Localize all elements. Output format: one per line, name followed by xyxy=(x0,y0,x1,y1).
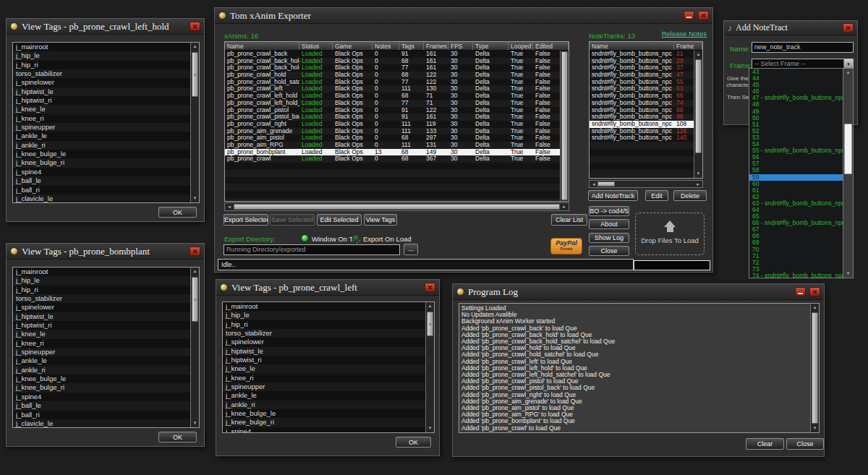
scroll-thumb[interactable] xyxy=(695,59,702,153)
save-selected-button[interactable]: Save Selected xyxy=(270,214,315,226)
list-item[interactable]: j_ankle_le xyxy=(223,391,425,400)
list-item[interactable]: j_ball_le xyxy=(13,176,190,185)
delete-notetrack-button[interactable]: Delete xyxy=(673,190,707,201)
export-on-load-indicator[interactable] xyxy=(352,234,360,242)
table-row[interactable]: sndnt#fly_bomb_buttons_npc74 xyxy=(590,100,694,107)
list-item[interactable]: j_ball_ri xyxy=(13,411,190,419)
column-header[interactable]: Status xyxy=(299,42,333,50)
list-item[interactable]: j_ankle_ri xyxy=(13,366,190,375)
scroll-down-icon[interactable] xyxy=(843,270,853,278)
ok-button[interactable]: OK xyxy=(396,437,431,448)
scroll-thumb[interactable] xyxy=(561,51,568,200)
minimize-icon[interactable] xyxy=(795,287,806,296)
table-row[interactable]: sndnt#fly_bomb_buttons_npc29 xyxy=(590,58,694,65)
dropdown-option[interactable]: 65 xyxy=(749,213,843,220)
table-row[interactable]: sndnt#fly_bomb_buttons_npc66 xyxy=(590,93,694,100)
dropdown-option[interactable]: 57 xyxy=(749,161,843,167)
list-item[interactable]: torso_stabilizer xyxy=(223,329,425,338)
table-row[interactable]: pb_prone_aim_RPGLoadedBlack Ops011113130… xyxy=(225,142,560,149)
dropdown-option[interactable]: 59 xyxy=(749,174,843,181)
export-selected-button[interactable]: Export Selected xyxy=(224,214,268,226)
table-row[interactable]: pb_prone_aim_pistolLoadedBlack Ops068297… xyxy=(225,134,560,142)
list-item[interactable]: j_spinelower xyxy=(13,303,190,312)
scrollbar[interactable] xyxy=(425,302,434,432)
titlebar[interactable]: Tom xAnim Exporter ✕ xyxy=(215,8,712,24)
table-row[interactable]: sndnt#fly_bomb_buttons_npc37 xyxy=(590,64,694,72)
list-item[interactable]: j_hiptwist_ri xyxy=(13,321,190,330)
list-item[interactable]: j_spine4 xyxy=(13,168,190,176)
dropdown-option[interactable]: 66 - sndnt#fly_bomb_buttons_npc xyxy=(749,220,843,226)
list-item[interactable]: j_ankle_ri xyxy=(223,401,425,409)
scroll-up-icon[interactable] xyxy=(191,268,199,275)
list-item[interactable]: j_hip_ri xyxy=(223,320,425,329)
scroll-up-icon[interactable] xyxy=(843,69,853,77)
scroll-thumb[interactable] xyxy=(812,312,818,424)
list-item[interactable]: j_knee_bulge_le xyxy=(13,375,190,383)
table-row[interactable]: sndnt#fly_bomb_buttons_npc21 xyxy=(590,51,694,58)
scroll-thumb[interactable] xyxy=(234,204,560,210)
column-header[interactable]: Type xyxy=(473,42,509,50)
horizontal-scrollbar[interactable] xyxy=(224,202,569,211)
scroll-up-icon[interactable] xyxy=(191,43,199,51)
list-item[interactable]: j_hiptwist_le xyxy=(223,347,425,356)
view-tags-button[interactable]: View Tags xyxy=(364,214,397,226)
dropdown-option[interactable]: 70 xyxy=(749,247,843,253)
list-item[interactable]: torso_stabilizer xyxy=(13,294,190,303)
list-item[interactable]: j_knee_bulge_le xyxy=(13,150,190,158)
close-icon[interactable]: ✕ xyxy=(843,23,854,33)
show-log-button[interactable]: Show Log xyxy=(589,233,629,243)
list-item[interactable]: j_hiptwist_ri xyxy=(13,96,190,105)
scrollbar[interactable] xyxy=(560,51,569,201)
list-item[interactable]: j_hip_le xyxy=(13,51,190,60)
list-item[interactable]: j_knee_ri xyxy=(13,339,190,348)
scroll-thumb[interactable] xyxy=(597,181,615,187)
window-on-top-indicator[interactable] xyxy=(301,234,309,242)
release-notes-link[interactable]: Release Notes xyxy=(662,30,707,38)
paypal-donate-button[interactable]: PayPal Donate xyxy=(550,238,582,254)
scrollbar[interactable] xyxy=(810,304,819,432)
dropdown-option[interactable]: 48 xyxy=(749,101,843,108)
note-name-input[interactable]: new_note_track xyxy=(752,42,854,53)
scrollbar[interactable] xyxy=(694,51,702,178)
scroll-down-icon[interactable] xyxy=(811,424,819,432)
scroll-thumb[interactable] xyxy=(427,312,433,336)
list-item[interactable]: j_clavicle_le xyxy=(13,194,190,203)
table-row[interactable]: pb_prone_crawl_pistolLoadedBlack Ops0911… xyxy=(225,107,560,114)
list-item[interactable]: j_hiptwist_ri xyxy=(223,356,425,364)
add-notetrack-button[interactable]: Add NoteTrack xyxy=(588,190,638,201)
dropdown-option[interactable]: 64 xyxy=(749,207,843,213)
dropdown-option[interactable]: 72 xyxy=(749,260,843,266)
dropdown-option[interactable]: 49 xyxy=(749,108,843,115)
list-item[interactable]: j_spinelower xyxy=(13,78,190,87)
scroll-right-icon[interactable] xyxy=(560,203,569,210)
column-header[interactable]: Name xyxy=(225,42,299,50)
list-item[interactable]: j_hiptwist_le xyxy=(13,87,190,96)
table-row[interactable]: pb_prone_crawl_hold_satchelLoadedBlack O… xyxy=(225,79,560,86)
dropdown-option[interactable]: 56 xyxy=(749,154,843,161)
table-row[interactable]: sndnt#fly_bomb_buttons_npc108 xyxy=(590,121,694,128)
column-header[interactable]: Name xyxy=(590,42,674,50)
scroll-up-icon[interactable] xyxy=(694,51,702,59)
table-row[interactable]: sndnt#fly_bomb_buttons_npc63 xyxy=(590,85,694,93)
ok-button[interactable]: OK xyxy=(158,207,197,218)
anim-table[interactable]: NameStatusGameNotesTagsFramesFPSTypeLoop… xyxy=(224,41,569,202)
column-header[interactable]: Tags xyxy=(399,42,424,50)
scroll-up-icon[interactable] xyxy=(426,302,434,310)
list-item[interactable]: j_hip_le xyxy=(223,311,425,320)
close-icon[interactable]: ✕ xyxy=(809,287,820,296)
table-row[interactable]: pb_prone_crawl_left_hold_...LoadedBlack … xyxy=(225,100,560,107)
table-row[interactable]: sndnt#fly_bomb_buttons_npc140 xyxy=(590,134,694,142)
dropdown-option[interactable]: 46 xyxy=(749,88,843,95)
dropdown-option[interactable]: 63 - sndnt#fly_bomb_buttons_npc xyxy=(749,200,843,207)
scroll-down-icon[interactable] xyxy=(426,424,434,432)
dropdown-option[interactable]: 51 xyxy=(749,121,843,128)
tag-listbox[interactable]: j_mainrootj_hip_lej_hip_ritorso_stabiliz… xyxy=(12,267,200,428)
frame-dropdown-list[interactable]: 4344454647 - sndnt#fly_bomb_buttons_npc4… xyxy=(749,68,854,278)
column-header[interactable]: Looped xyxy=(509,42,533,50)
dropdown-option[interactable]: 53 xyxy=(749,134,843,141)
scroll-down-icon[interactable] xyxy=(694,170,702,178)
column-header[interactable]: Frames xyxy=(424,42,448,50)
list-item[interactable]: j_knee_bulge_ri xyxy=(13,383,190,392)
dropdown-option[interactable]: 54 xyxy=(749,141,843,147)
scroll-thumb[interactable] xyxy=(192,52,198,97)
